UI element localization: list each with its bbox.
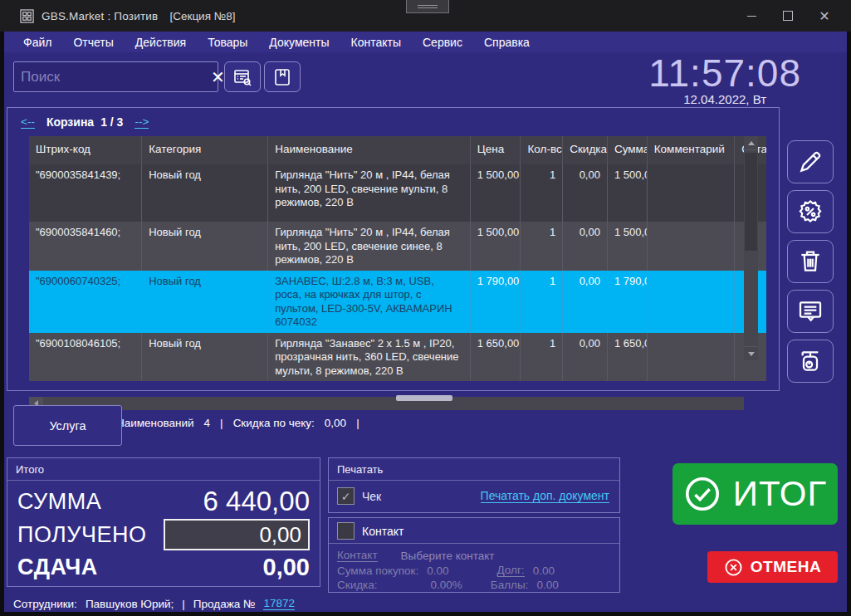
- check-circle-icon: [683, 475, 721, 513]
- scroll-up-icon[interactable]: [744, 136, 758, 150]
- search-clear-icon[interactable]: ✕: [211, 62, 225, 91]
- service-button-label: Услуга: [49, 419, 86, 433]
- scroll-down-icon[interactable]: [744, 346, 758, 360]
- status-footer: Сотрудники: Павшуков Юрий; | Продажа № 1…: [13, 597, 295, 610]
- purchases-label: Сумма покупок:: [337, 565, 418, 577]
- scrollbar-thumb[interactable]: [745, 153, 757, 251]
- items-table: Штрих-кодКатегорияНаименованиеЦенаКол-вс…: [29, 136, 766, 381]
- employees-label: Сотрудники:: [13, 598, 77, 610]
- cell-price: 1 500,00: [471, 164, 521, 222]
- column-header[interactable]: Комментарий: [648, 136, 735, 164]
- app-icon: [20, 9, 34, 23]
- cell-name: ЗАНАВЕС, Ш:2.8 м, В:3 м, USB, роса, на к…: [268, 271, 470, 333]
- x-circle-icon: [724, 558, 743, 577]
- menu-item-5[interactable]: Документы: [258, 32, 340, 52]
- separator: |: [182, 598, 185, 610]
- delete-item-button[interactable]: [787, 240, 834, 283]
- menu-item-8[interactable]: Справка: [473, 32, 540, 52]
- menu-item-7[interactable]: Сервис: [412, 32, 473, 52]
- cell-comment: [648, 164, 735, 222]
- cell-barcode: "6900108046105;: [29, 333, 142, 382]
- column-header[interactable]: Штрих-код: [29, 136, 142, 164]
- horizontal-scrollbar[interactable]: [29, 397, 744, 410]
- table-row[interactable]: "6900060740325;Новый годЗАНАВЕС, Ш:2.8 м…: [29, 271, 766, 333]
- comment-icon: [797, 298, 824, 325]
- titlebar: GBS.Market : Позитив [Секция №8] ✕: [0, 0, 851, 32]
- menu-item-1[interactable]: Файл: [12, 32, 62, 52]
- cell-discount: 0,00: [563, 333, 608, 382]
- column-header[interactable]: Наименование: [268, 136, 470, 164]
- cell-category: Новый год: [142, 333, 268, 382]
- splitter-handle[interactable]: [396, 395, 452, 401]
- total-button[interactable]: ИТОГ: [672, 463, 838, 525]
- maximize-button[interactable]: [770, 0, 806, 32]
- total-button-label: ИТОГ: [733, 474, 827, 514]
- received-input[interactable]: [164, 519, 310, 550]
- clock-date: 12.04.2022, Вт: [683, 92, 766, 106]
- catalog-button[interactable]: [264, 61, 301, 92]
- edit-item-button[interactable]: [787, 140, 834, 183]
- contact-group: Контакт Контакт Выберите контакт Сумма п…: [328, 517, 620, 593]
- cell-price: 1 500,00: [471, 222, 521, 271]
- cart-next-link[interactable]: -->: [134, 115, 149, 129]
- column-header[interactable]: Кол-вс: [521, 136, 563, 164]
- comment-button[interactable]: [787, 290, 834, 333]
- clock: 11:57:08 12.04.2022, Вт: [648, 52, 801, 106]
- receipt-checkbox[interactable]: ✓: [337, 487, 355, 505]
- minimize-button[interactable]: [733, 0, 770, 32]
- cancel-button[interactable]: ОТМЕНА: [707, 551, 838, 583]
- book-icon: [272, 67, 292, 87]
- search-box: ✕: [13, 61, 218, 92]
- cart-panel: <-- Корзина 1 / 3 --> Штрих-кодКатегория…: [7, 107, 780, 391]
- sum-value: 6 440,00: [203, 486, 310, 517]
- check-discount-value: 0,00: [325, 417, 346, 429]
- table-row[interactable]: "6900108046105;Новый годГирлянда "Занаве…: [29, 333, 766, 382]
- extra-doc-link[interactable]: Печатать доп. документ: [481, 489, 609, 503]
- cart-counter: 1 / 3: [100, 115, 123, 129]
- change-value: 0,00: [263, 554, 310, 581]
- cell-qty: 1: [521, 164, 563, 222]
- service-button[interactable]: Услуга: [13, 405, 122, 446]
- drag-handle[interactable]: [406, 0, 449, 13]
- cart-prev-link[interactable]: <--: [21, 115, 35, 129]
- column-header[interactable]: Категория: [142, 136, 268, 164]
- view-receipt-button[interactable]: [224, 61, 261, 92]
- scale-button[interactable]: [787, 340, 834, 383]
- cell-name: Гирлянда "Занавес" 2 х 1.5 м , IP20, про…: [268, 333, 470, 382]
- window-title: GBS.Market : Позитив: [42, 10, 158, 22]
- debt-link[interactable]: Долг:: [497, 564, 525, 577]
- menu-item-4[interactable]: Товары: [197, 32, 258, 52]
- menu-item-3[interactable]: Действия: [125, 32, 197, 52]
- employees-value: Павшуков Юрий;: [86, 598, 174, 610]
- column-header[interactable]: Сумма: [608, 136, 648, 164]
- cancel-button-label: ОТМЕНА: [751, 558, 821, 576]
- cell-discount: 0,00: [563, 222, 608, 271]
- cell-barcode: "6900035841460;: [29, 222, 142, 271]
- received-label: ПОЛУЧЕНО: [17, 522, 146, 548]
- discount-badge-icon: [797, 198, 824, 225]
- table-row[interactable]: "6900035841439;Новый годГирлянда "Нить" …: [29, 164, 766, 222]
- cell-qty: 1: [521, 333, 563, 382]
- discount-button[interactable]: [787, 190, 834, 233]
- contact-checkbox[interactable]: [337, 522, 355, 540]
- close-button[interactable]: ✕: [806, 0, 843, 32]
- separator: |: [220, 417, 223, 429]
- contact-select-link[interactable]: Контакт: [337, 549, 378, 562]
- sale-number-link[interactable]: 17872: [263, 597, 295, 610]
- table-row[interactable]: "6900035841460;Новый годГирлянда "Нить" …: [29, 222, 766, 271]
- purchases-value: 0.00: [427, 565, 448, 577]
- table-header: Штрих-кодКатегорияНаименованиеЦенаКол-вс…: [29, 136, 766, 164]
- search-input[interactable]: [14, 69, 211, 86]
- check-discount-label: Скидка по чеку:: [233, 417, 315, 429]
- discount-value: 0.00%: [431, 579, 462, 591]
- cell-sum: 1 650,00: [608, 333, 648, 382]
- cell-comment: [648, 222, 735, 271]
- cell-name: Гирлянда "Нить" 20 м , IP44, белая нить,…: [268, 222, 470, 271]
- menu-item-2[interactable]: Отчеты: [62, 32, 124, 52]
- receipt-checkbox-label: Чек: [362, 490, 381, 503]
- column-header[interactable]: Цена: [471, 136, 521, 164]
- cell-sum: 1 500,00: [608, 164, 648, 222]
- column-header[interactable]: Скидка,: [563, 136, 608, 164]
- vertical-scrollbar[interactable]: [744, 136, 758, 360]
- menu-item-6[interactable]: Контакты: [340, 32, 412, 52]
